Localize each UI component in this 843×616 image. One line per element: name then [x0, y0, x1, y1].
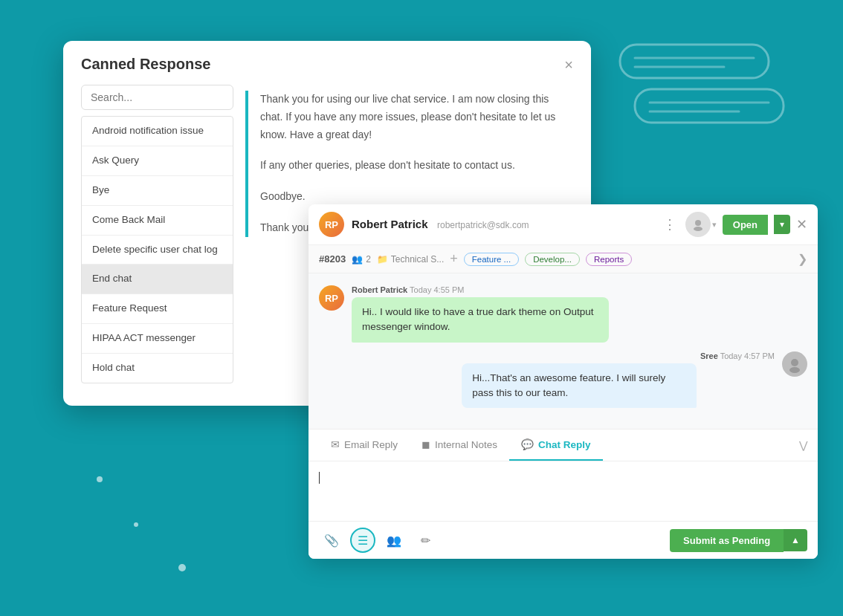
internal-notes-icon: ◼	[422, 438, 430, 450]
agent-avatar-group: ▾	[685, 212, 717, 237]
agents-count: 👥 2	[352, 254, 371, 265]
canned-list-item[interactable]: Bye	[82, 176, 233, 206]
tag-develop[interactable]: Develop...	[525, 253, 580, 266]
add-tag-button[interactable]: +	[450, 251, 458, 267]
svg-point-10	[694, 227, 702, 231]
svg-point-9	[695, 220, 701, 226]
tab-email-reply[interactable]: ✉ Email Reply	[319, 429, 410, 461]
canned-list-item[interactable]: Hold chat	[82, 354, 233, 383]
preview-text-2: If any other queries, please don't hesit…	[260, 157, 573, 175]
ticket-id: #8203	[319, 253, 346, 265]
modal-title: Canned Response	[81, 56, 210, 73]
submit-button[interactable]: Submit as Pending	[670, 529, 784, 552]
tab-expand-button[interactable]: ⋁	[799, 439, 807, 451]
canned-list-item[interactable]: HIPAA ACT messenger	[82, 324, 233, 354]
svg-rect-0	[620, 45, 769, 78]
user-message-meta: Robert Patrick Today 4:55 PM	[352, 285, 695, 294]
edit-button[interactable]: ✏	[413, 528, 438, 553]
chat-messages: RP Robert Patrick Today 4:55 PM Hi.. I w…	[309, 273, 818, 429]
more-options-button[interactable]: ⋮	[660, 213, 679, 236]
agent-message-time: Today 4:57 PM	[720, 351, 775, 360]
agent-message-avatar	[782, 351, 807, 377]
svg-point-12	[789, 367, 800, 373]
canned-list-item[interactable]: Feature Request	[82, 294, 233, 324]
reply-input-area[interactable]	[309, 461, 818, 521]
contact-avatar: RP	[319, 212, 344, 237]
tag-reports[interactable]: Reports	[586, 253, 632, 266]
reply-toolbar: 📎 ☰ 👥 ✏ Submit as Pending ▲	[309, 521, 818, 559]
agent-avatar	[685, 212, 711, 237]
header-actions: ⋮ ▾ Open ▾ ✕	[660, 212, 807, 237]
expand-button[interactable]: ❯	[798, 252, 807, 266]
user-message-avatar: RP	[319, 285, 344, 311]
user-message-content: Robert Patrick Today 4:55 PM Hi.. I woul…	[352, 285, 695, 343]
modal-header: Canned Response ×	[63, 41, 591, 85]
search-input[interactable]	[81, 85, 233, 110]
agent-message-meta: Sree Today 4:57 PM	[462, 351, 775, 360]
preview-text-1: Thank you for using our live chat servic…	[260, 91, 573, 143]
avatar-dropdown[interactable]: ▾	[712, 220, 717, 230]
chat-header: RP Robert Patrick robertpatrick@sdk.com …	[309, 204, 818, 245]
contact-info: Robert Patrick robertpatrick@sdk.com	[352, 218, 529, 231]
agent-message-bubble: Hi...That's an awesome feature. I will s…	[462, 363, 697, 409]
open-button-chevron[interactable]: ▾	[774, 215, 790, 234]
preview-text-3: Goodbye.	[260, 188, 573, 206]
submit-button-group: Submit as Pending ▲	[670, 529, 807, 552]
contact-email: robertpatrick@sdk.com	[437, 220, 529, 230]
reply-tabs: ✉ Email Reply ◼ Internal Notes 💬 Chat Re…	[309, 429, 818, 461]
message-row-user: RP Robert Patrick Today 4:55 PM Hi.. I w…	[319, 285, 807, 343]
modal-close-button[interactable]: ×	[564, 57, 573, 72]
chat-window: RP Robert Patrick robertpatrick@sdk.com …	[309, 204, 818, 559]
left-panel: Android notification issueAsk QueryByeCo…	[81, 85, 233, 383]
canned-list-item[interactable]: Come Back Mail	[82, 206, 233, 236]
text-cursor	[319, 472, 320, 484]
agent-sender-name: Sree	[700, 351, 718, 360]
canned-list-item[interactable]: Android notification issue	[82, 117, 233, 146]
svg-rect-3	[635, 89, 784, 123]
agent-message-content: Sree Today 4:57 PM Hi...That's an awesom…	[462, 351, 775, 409]
canned-list-item[interactable]: Delete specific user chat log	[82, 236, 233, 265]
category: 📁 Technical S...	[377, 254, 444, 265]
attachment-button[interactable]: 📎	[319, 528, 344, 553]
open-button[interactable]: Open	[723, 215, 768, 235]
canned-response-button[interactable]: ☰	[350, 528, 375, 553]
close-chat-button[interactable]: ✕	[796, 216, 807, 233]
tab-chat-reply[interactable]: 💬 Chat Reply	[509, 429, 603, 461]
tag-feature[interactable]: Feature ...	[464, 253, 519, 266]
internal-notes-label: Internal Notes	[435, 439, 497, 450]
chat-reply-icon: 💬	[521, 438, 534, 450]
user-message-bubble: Hi.. I would like to have a true dark th…	[352, 297, 609, 343]
contact-name: Robert Patrick	[352, 218, 428, 230]
user-sender-name: Robert Patrick	[352, 285, 407, 294]
team-button[interactable]: 👥	[381, 528, 407, 553]
canned-list-item[interactable]: Ask Query	[82, 146, 233, 176]
tab-internal-notes[interactable]: ◼ Internal Notes	[410, 429, 509, 461]
email-reply-icon: ✉	[331, 438, 340, 450]
chat-reply-label: Chat Reply	[538, 439, 591, 450]
canned-list: Android notification issueAsk QueryByeCo…	[81, 116, 233, 383]
chat-subheader: #8203 👥 2 📁 Technical S... + Feature ...…	[309, 245, 818, 273]
email-reply-label: Email Reply	[344, 439, 398, 450]
svg-point-11	[791, 359, 798, 366]
user-message-time: Today 4:55 PM	[410, 285, 464, 294]
canned-list-item[interactable]: End chat	[82, 265, 233, 294]
message-row-agent: Sree Today 4:57 PM Hi...That's an awesom…	[319, 351, 807, 409]
submit-arrow-button[interactable]: ▲	[784, 529, 807, 551]
